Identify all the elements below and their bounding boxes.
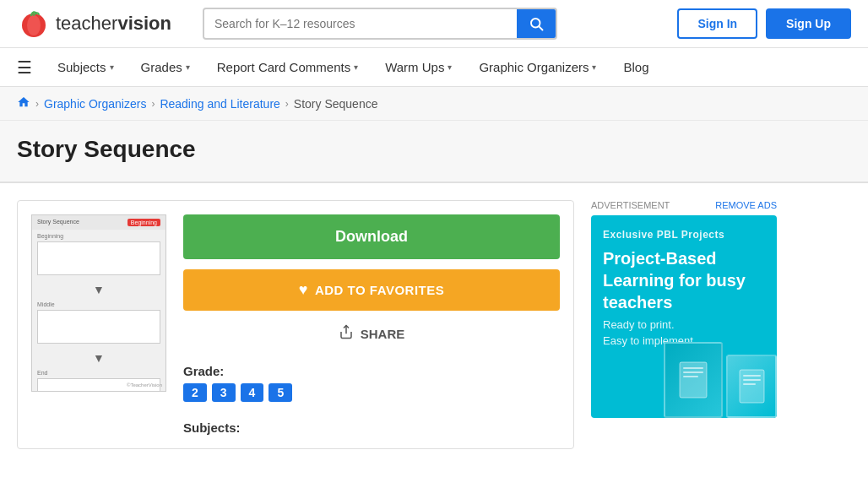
svg-rect-11	[743, 379, 761, 381]
chevron-down-icon: ▾	[592, 62, 596, 72]
hamburger-menu[interactable]: ☰	[17, 49, 44, 86]
ad-image-2	[726, 355, 777, 418]
nav-blog[interactable]: Blog	[610, 48, 662, 86]
svg-rect-6	[683, 367, 703, 369]
search-button[interactable]	[517, 9, 556, 38]
heart-icon: ♥	[299, 281, 308, 299]
nav-graphic-organizers[interactable]: Graphic Organizers ▾	[465, 48, 610, 86]
header: teachervision Sign In Sign Up	[0, 0, 868, 48]
breadcrumb-graphic-organizers[interactable]: Graphic Organizers	[44, 97, 146, 111]
resource-card: Story Sequence Beginning Beginning ▼ Mid…	[17, 200, 574, 449]
nav-subjects[interactable]: Subjects ▾	[44, 48, 127, 86]
ad-book2-icon	[737, 367, 767, 405]
add-to-favorites-button[interactable]: ♥ ADD TO FAVORITES	[183, 269, 560, 311]
grade-badge-2[interactable]: 2	[183, 383, 207, 402]
ad-book-icon	[676, 359, 710, 401]
ad-title: Project-Based Learning for busy teachers	[603, 247, 765, 313]
breadcrumb-sep-1: ›	[35, 98, 39, 110]
chevron-down-icon: ▾	[448, 62, 452, 72]
breadcrumb-sep-3: ›	[285, 98, 289, 110]
breadcrumb-home[interactable]	[17, 95, 30, 111]
home-icon	[17, 95, 30, 109]
nav-report-card[interactable]: Report Card Comments ▾	[203, 48, 372, 86]
svg-rect-12	[743, 383, 756, 385]
grade-badge-3[interactable]: 3	[212, 383, 236, 402]
breadcrumb-current: Story Sequence	[294, 97, 378, 111]
auth-area: Sign In Sign Up	[677, 8, 851, 39]
subjects-section: Subjects:	[183, 420, 560, 435]
svg-point-1	[27, 15, 41, 35]
sidebar-ad: ADVERTISEMENT REMOVE ADS Exclusive PBL P…	[591, 200, 777, 449]
chevron-down-icon: ▾	[354, 62, 358, 72]
search-icon	[529, 16, 544, 31]
nav-warm-ups[interactable]: Warm Ups ▾	[372, 48, 465, 86]
title-area: Story Sequence	[0, 121, 868, 183]
remove-ads-link[interactable]: REMOVE ADS	[715, 200, 777, 210]
ad-top-bar: ADVERTISEMENT REMOVE ADS	[591, 200, 777, 210]
advertisement-label: ADVERTISEMENT	[591, 200, 670, 210]
grade-label: Grade:	[183, 364, 560, 378]
svg-rect-7	[683, 371, 703, 373]
svg-line-3	[539, 26, 542, 30]
page-title: Story Sequence	[17, 136, 851, 163]
search-area	[203, 8, 557, 40]
signup-button[interactable]: Sign Up	[766, 8, 851, 39]
nav-grades[interactable]: Grades ▾	[127, 48, 203, 86]
main-content: Story Sequence Beginning Beginning ▼ Mid…	[0, 183, 868, 466]
chevron-down-icon: ▾	[186, 62, 190, 72]
logo[interactable]: teachervision	[17, 7, 186, 41]
search-input[interactable]	[204, 10, 517, 37]
ad-images	[664, 342, 777, 418]
logo-text: teachervision	[56, 13, 171, 35]
svg-rect-8	[683, 376, 698, 377]
ad-image-1	[664, 342, 723, 418]
ad-card: Exclusive PBL Projects Project-Based Lea…	[591, 215, 777, 418]
action-area: Download ♥ ADD TO FAVORITES SHARE Grade:	[183, 214, 560, 435]
subjects-label: Subjects:	[183, 420, 560, 435]
share-row[interactable]: SHARE	[183, 321, 560, 347]
breadcrumb-sep-2: ›	[151, 98, 155, 110]
logo-apple-icon	[17, 7, 51, 41]
grade-badge-4[interactable]: 4	[241, 383, 264, 402]
svg-rect-10	[743, 375, 761, 377]
resource-preview: Story Sequence Beginning Beginning ▼ Mid…	[31, 214, 166, 392]
breadcrumb: › Graphic Organizers › Reading and Liter…	[0, 87, 868, 121]
grade-badges: 2 3 4 5	[183, 383, 560, 402]
main-nav: ☰ Subjects ▾ Grades ▾ Report Card Commen…	[0, 48, 868, 87]
breadcrumb-reading-lit[interactable]: Reading and Literature	[160, 97, 279, 111]
svg-rect-9	[740, 370, 764, 403]
chevron-down-icon: ▾	[110, 62, 114, 72]
share-icon	[339, 324, 354, 344]
ad-eyebrow: Exclusive PBL Projects	[603, 229, 765, 241]
download-button[interactable]: Download	[183, 214, 560, 259]
ad-subtitle: Ready to print.	[603, 318, 765, 331]
signin-button[interactable]: Sign In	[677, 8, 757, 39]
grade-badge-5[interactable]: 5	[269, 383, 292, 402]
share-svg-icon	[339, 324, 354, 339]
grade-section: Grade: 2 3 4 5	[183, 364, 560, 402]
